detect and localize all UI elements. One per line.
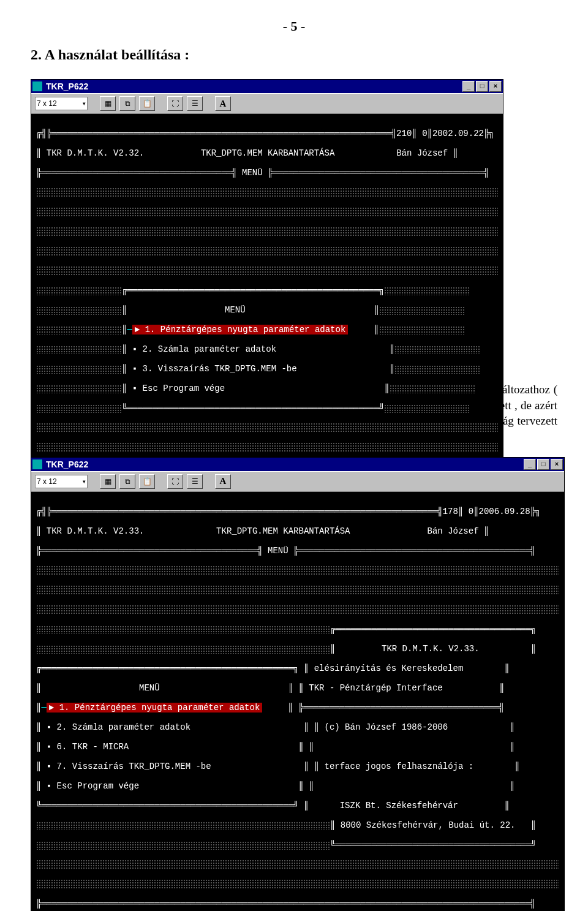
paste-icon[interactable]: 📋 [139,96,155,111]
menu-item-esc-key: Esc [57,781,72,791]
page-number: - 5 - [31,18,557,34]
side-text-0: TKR D.M.T.K. V2.33. [382,644,480,654]
header-num: 178 [443,507,458,516]
menu-item-esc[interactable]: Program vége [163,384,225,393]
maximize-button[interactable]: □ [537,459,549,470]
menu-item-2[interactable]: Számla paraméter adatok [72,722,190,732]
side-text-1: elésirányítás és Kereskedelem [314,663,464,673]
menu-item-3-key: 3. [143,364,153,374]
properties-icon[interactable]: ☰ [187,96,203,111]
side-text-4: (c) Bán József 1986-2006 [325,722,448,732]
menu-item-4[interactable]: Visszaírás TKR_DPTG.MEM -be [72,762,211,771]
font-size-combo[interactable]: 7 x 12▾ [35,97,88,110]
header-zero: 0 [469,507,473,516]
titlebar: TKR_P622 _ □ × [31,458,564,471]
copy-icon[interactable]: ⧉ [119,474,135,489]
menu-item-esc[interactable]: Program vége [77,781,139,791]
app-icon [32,81,42,91]
menu-item-2[interactable]: Számla paraméter adatok [158,344,276,354]
combo-value: 7 x 12 [37,477,57,486]
close-button[interactable]: × [489,81,502,92]
menu-item-2-key: 2. [143,344,153,354]
header-name: Bán József [396,148,448,158]
header-zero: 0 [422,129,427,138]
banner-label: MENÜ [268,546,288,556]
chevron-down-icon: ▾ [83,478,86,485]
properties-icon[interactable]: ☰ [187,474,203,489]
side-text-2: TKR - Pénztárgép Interface [309,683,442,693]
menu-title: MENÜ [225,305,246,315]
side-text-8: ISZK Bt. Székesfehérvár [340,801,458,811]
header-center: TKR_DPTG.MEM KARBANTARTÁSA [201,148,334,158]
header-date: 2006.09.28 [479,507,530,516]
header-left: TKR D.M.T.K. V2.33. [47,526,145,536]
minimize-button[interactable]: _ [524,459,536,470]
fullscreen-icon[interactable]: ⛶ [167,96,183,111]
toolbar: 7 x 12▾ ▦ ⧉ 📋 ⛶ ☰ A [31,471,564,492]
window-title: TKR_P622 [45,459,522,469]
close-button[interactable]: × [551,459,563,470]
fullscreen-icon[interactable]: ⛶ [167,474,183,489]
menu-item-3[interactable]: TKR - MICRA [72,742,129,752]
maximize-button[interactable]: □ [476,81,488,92]
header-left: TKR D.M.T.K. V2.32. [47,148,145,158]
menu-item-4-key: 7. [57,762,67,771]
banner-label: MENÜ [242,168,263,178]
section-heading: 2. A használat beállítása : [31,47,557,63]
header-center: TKR_DPTG.MEM KARBANTARTÁSA [216,526,350,536]
combo-value: 7 x 12 [37,99,57,108]
menu-item-3[interactable]: Visszaírás TKR_DPTG.MEM -be [158,364,297,374]
toolbar-icon[interactable]: ▦ [100,474,116,489]
font-a-icon[interactable]: A [215,474,231,489]
window-2: TKR_P622 _ □ × 7 x 12▾ ▦ ⧉ 📋 ⛶ ☰ A ╔╣╠══… [31,457,565,911]
side-text-6: terface jogos felhasználója : [325,762,474,771]
header-name: Bán József [428,526,479,536]
menu-item-1[interactable]: ► 1. Pénztárgépes nyugta paraméter adato… [47,703,262,713]
menu-title: MENÜ [139,683,160,693]
font-a-icon[interactable]: A [215,96,231,111]
copy-icon[interactable]: ⧉ [119,96,135,111]
dos-terminal-2: ╔╣╠═════════════════════════════════════… [31,492,564,911]
app-icon [32,459,42,469]
window-title: TKR_P622 [45,81,461,91]
header-num: 210 [396,129,412,138]
paste-icon[interactable]: 📋 [139,474,155,489]
menu-item-3-key: 6. [57,742,67,752]
toolbar-icon[interactable]: ▦ [100,96,116,111]
header-date: 2002.09.22 [432,129,484,138]
toolbar: 7 x 12▾ ▦ ⧉ 📋 ⛶ ☰ A [31,93,503,114]
side-text-9: 8000 Székesfehérvár, Budai út. 22. [341,820,516,830]
menu-item-2-key: 2. [57,722,67,732]
font-size-combo[interactable]: 7 x 12▾ [35,475,88,488]
titlebar: TKR_P622 _ □ × [31,80,503,93]
menu-item-esc-key: Esc [143,384,158,393]
chevron-down-icon: ▾ [83,100,86,107]
minimize-button[interactable]: _ [462,81,475,92]
menu-item-1[interactable]: ► 1. Pénztárgépes nyugta paraméter adato… [132,325,348,335]
